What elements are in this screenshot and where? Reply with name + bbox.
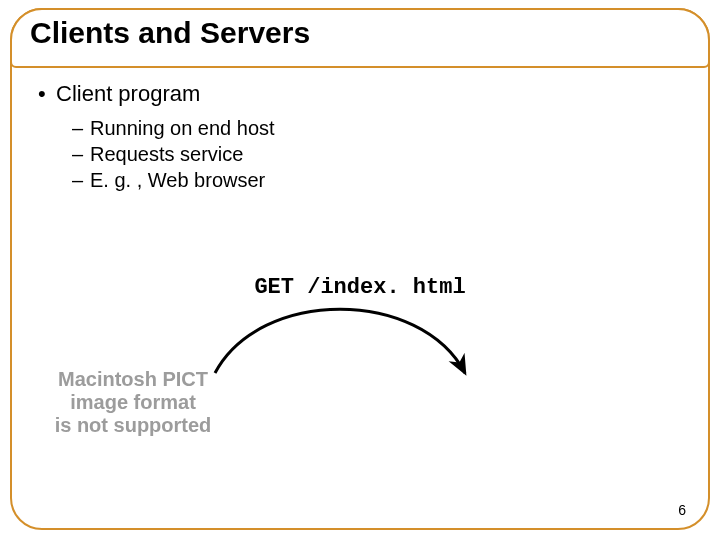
bullet-level2: –Requests service	[72, 141, 682, 167]
pict-line3: is not supported	[38, 414, 228, 437]
sub2-text: Requests service	[90, 143, 243, 165]
dash-icon: –	[72, 141, 90, 167]
bullet-level1: •Client program	[38, 80, 682, 109]
content-area: •Client program –Running on end host –Re…	[38, 80, 682, 193]
bullet-level2: –Running on end host	[72, 115, 682, 141]
dash-icon: –	[72, 167, 90, 193]
bullet-level2: –E. g. , Web browser	[72, 167, 682, 193]
pict-unsupported-message: Macintosh PICT image format is not suppo…	[38, 368, 228, 437]
bullet1-text: Client program	[56, 81, 200, 106]
bullet-dot-icon: •	[38, 80, 56, 109]
pict-line1: Macintosh PICT	[38, 368, 228, 391]
http-request-text: GET /index. html	[0, 275, 720, 300]
arrow-arc-icon	[200, 298, 480, 388]
slide: Clients and Servers •Client program –Run…	[0, 0, 720, 540]
sub1-text: Running on end host	[90, 117, 275, 139]
dash-icon: –	[72, 115, 90, 141]
page-number: 6	[678, 502, 686, 518]
slide-title: Clients and Servers	[30, 16, 310, 50]
sub3-text: E. g. , Web browser	[90, 169, 265, 191]
pict-line2: image format	[38, 391, 228, 414]
